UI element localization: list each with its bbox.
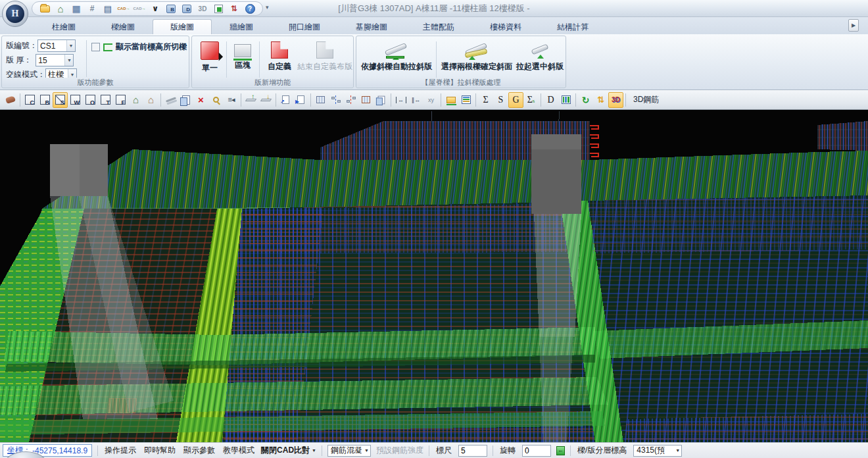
material-select[interactable]: 鋼筋混凝▼	[327, 445, 371, 457]
footing-mode-icon[interactable]: F	[113, 92, 128, 108]
view-rotate-tool-icon[interactable]	[3, 92, 18, 108]
slab-mode-icon[interactable]: S	[53, 92, 68, 108]
threed-view-icon[interactable]: 3D	[197, 3, 208, 14]
tab-opening-drawing[interactable]: 開口繪圖	[271, 19, 338, 34]
colored-table-icon[interactable]	[558, 92, 573, 108]
drawing-canvas[interactable]	[0, 110, 868, 442]
axis-grid-icon[interactable]: #	[86, 3, 98, 14]
rotate-input[interactable]	[522, 445, 551, 457]
list-menu-icon[interactable]: ≡◂	[224, 92, 239, 108]
cad-export-icon[interactable]: CAD→	[118, 3, 130, 14]
align-horizontal-icon[interactable]	[343, 92, 358, 108]
open-file-icon[interactable]	[39, 3, 51, 14]
sum-icon[interactable]: Σ	[478, 92, 493, 108]
tab-beam-drawing[interactable]: 樑繪圖	[93, 19, 153, 34]
g-display-icon[interactable]: G	[508, 92, 523, 108]
house-view-icon[interactable]: ⌂	[143, 92, 158, 108]
slab-id-select[interactable]: CS1▼	[37, 39, 76, 52]
tab-column-drawing[interactable]: 柱繪圖	[34, 19, 93, 34]
group-title: 【屋脊樑】拉斜樑版處理	[356, 78, 566, 87]
move-xy-icon[interactable]: xy	[423, 92, 439, 108]
apply-rotation-icon[interactable]	[556, 446, 565, 455]
house-check-icon[interactable]: ⌂	[128, 92, 143, 108]
slab-id-label: 版編號：	[6, 40, 37, 51]
help-icon[interactable]: ?	[244, 3, 256, 14]
application-window: ⌂ ▦ # ▤ CAD→ CAD→ ∨ B D 3D ⇅ ? ▾ [川普G3棟 …	[0, 0, 868, 458]
slab-params-group: 版編號： CS1▼ 版 厚： 15▼ 交線模式： 柱樑▼	[1, 36, 189, 88]
layer-elevation-label: 樑/版分層標高	[576, 445, 628, 456]
two-beam-slope-icon	[462, 41, 491, 59]
show-params-button[interactable]: 顯示參數	[182, 445, 216, 456]
project-home-icon[interactable]: ⌂	[55, 3, 66, 14]
wall-mode-icon[interactable]: W	[68, 92, 83, 108]
tab-slab-drawing[interactable]: 版繪圖	[153, 19, 212, 34]
dimension-icon[interactable]: ↔	[393, 92, 408, 108]
chevron-down-icon: ▼	[64, 55, 73, 66]
data-database-icon[interactable]: D	[181, 3, 193, 14]
goto-page-icon[interactable]: ↗	[278, 92, 293, 108]
ribbon-expand-button[interactable]: ▶	[848, 19, 859, 32]
section-view-icon[interactable]: ∨	[149, 3, 161, 14]
green-panel-icon[interactable]	[212, 3, 224, 14]
align-vertical-icon[interactable]	[328, 92, 343, 108]
ribbon: 版編號： CS1▼ 版 厚： 15▼ 交線模式： 柱樑▼	[0, 34, 868, 90]
auto-slope-button[interactable]: 依據斜樑自動拉斜版	[359, 39, 434, 72]
block-slab-button[interactable]: 區塊	[229, 39, 256, 71]
rotate-label: 旋轉	[498, 445, 517, 456]
block-slab-icon	[234, 44, 251, 57]
main-toolbar: C B S W O T F ⌂ ⌂ × ≡◂ ↑ ↓ ↗ ▶ ↔ ∥↔ xy Σ	[0, 90, 868, 110]
opening-mode-icon[interactable]: O	[83, 92, 98, 108]
ruler-input[interactable]	[458, 445, 487, 457]
stair-mode-icon[interactable]: T	[98, 92, 113, 108]
app-menu-button[interactable]: H	[2, 1, 28, 27]
end-custom-slab-button[interactable]: 結束自定義布版	[297, 39, 352, 72]
title-bar: ⌂ ▦ # ▤ CAD→ CAD→ ∨ B D 3D ⇅ ? ▾ [川普G3棟 …	[0, 0, 868, 17]
cad-compare-dropdown[interactable]: 關閉CAD比對▼	[261, 445, 316, 456]
column-mode-icon[interactable]: C	[22, 92, 37, 108]
tab-structure-calc[interactable]: 結構計算	[539, 19, 606, 34]
live-help-button[interactable]: 即時幫助	[143, 445, 177, 456]
s-display-icon[interactable]: S	[493, 92, 508, 108]
custom-slab-button[interactable]: 自定義	[262, 39, 297, 72]
rebar-tool-icon[interactable]	[163, 92, 178, 108]
tab-wall-drawing[interactable]: 牆繪圖	[212, 19, 271, 34]
d-display-icon[interactable]: D	[543, 92, 558, 108]
copy-layer-icon[interactable]	[374, 92, 389, 108]
refresh-icon[interactable]: ↻	[578, 92, 593, 108]
slab-thickness-select[interactable]: 15▼	[36, 54, 74, 66]
grid-add-icon[interactable]	[358, 92, 374, 108]
building-icon[interactable]: ▤	[102, 3, 114, 14]
single-slab-icon	[201, 41, 219, 60]
delete-icon[interactable]: ×	[193, 92, 208, 108]
threed-rebar-label: 3D鋼筋	[633, 94, 659, 105]
single-slab-button[interactable]: 單一	[196, 39, 224, 74]
folder-layers-icon[interactable]	[443, 92, 458, 108]
tab-stair-data[interactable]: 樓梯資料	[472, 19, 539, 34]
operation-hint-button[interactable]: 操作提示	[103, 445, 137, 456]
layer-down-icon[interactable]: ↓	[258, 92, 274, 108]
teach-mode-button[interactable]: 教學模式	[222, 445, 256, 456]
app-logo-icon: H	[6, 5, 24, 23]
sum-s-icon[interactable]: Σs	[523, 92, 539, 108]
raise-slope-button[interactable]: 拉起選中斜版	[514, 39, 566, 72]
updown-layer-icon[interactable]: ⇅	[593, 92, 608, 108]
table-view-icon[interactable]: ▦	[70, 3, 82, 14]
transfer-icon[interactable]: ⇅	[228, 3, 240, 14]
insert-page-icon[interactable]: ▶	[293, 92, 308, 108]
layer-up-icon[interactable]: ↑	[243, 92, 258, 108]
paste-icon[interactable]	[178, 92, 193, 108]
properties-panel-icon[interactable]	[458, 92, 473, 108]
threed-rebar-icon[interactable]: 3D	[608, 92, 623, 108]
cad-import-icon[interactable]: CAD→	[133, 3, 145, 14]
split-dimension-icon[interactable]: ∥↔	[408, 92, 423, 108]
zoom-tool-icon[interactable]	[208, 92, 224, 108]
two-beam-slope-button[interactable]: 選擇兩根樑確定斜面	[439, 39, 515, 72]
tab-main-rebar[interactable]: 主體配筋	[405, 19, 472, 34]
show-cut-beams-checkbox[interactable]	[91, 43, 100, 51]
layer-elevation-select[interactable]: 4315(預▼	[633, 445, 682, 457]
tab-footing-drawing[interactable]: 基腳繪圖	[338, 19, 405, 34]
beam-database-icon[interactable]: B	[165, 3, 177, 14]
qat-overflow-icon[interactable]: ▾	[266, 4, 269, 11]
beam-mode-icon[interactable]: B	[37, 92, 53, 108]
small-grid-icon[interactable]	[313, 92, 328, 108]
